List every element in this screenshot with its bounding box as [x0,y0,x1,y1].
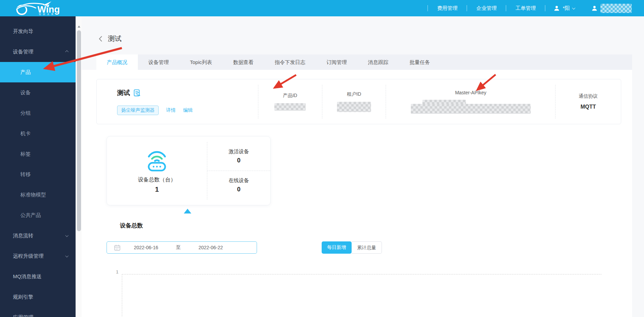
sidebar-item-tag[interactable]: 标签 [0,144,76,164]
chart-section-title: 设备总数 [120,222,143,229]
page-title: 测试 [108,34,122,43]
masked-account-name [600,4,632,13]
online-devices-label: 在线设备 [229,177,249,184]
tab-batch-task[interactable]: 批量任务 [399,54,440,70]
tab-data-view[interactable]: 数据查看 [223,54,264,70]
detail-link[interactable]: 详情 [166,107,176,113]
user-menu[interactable]: *阳 [545,5,583,12]
tab-message-trace[interactable]: 消息跟踪 [357,54,399,70]
tab-subscription[interactable]: 订阅管理 [316,54,357,70]
nav-item-billing[interactable]: 费用管理 [428,5,467,12]
product-info-card: 测试 扬尘噪声监测器 详情 编辑 产品ID [96,79,621,124]
activated-devices-value: 0 [237,157,240,164]
product-id-label: 产品ID [283,93,297,99]
online-devices-cell: 在线设备 0 [207,171,270,200]
activated-devices-label: 激活设备 [229,148,249,155]
sidebar-item-public-product[interactable]: 公共产品 [0,205,76,225]
tab-bar: 产品概况 设备管理 Topic列表 数据查看 指令下发日志 订阅管理 消息跟踪 … [96,54,632,70]
chevron-down-icon [572,6,576,10]
master-apikey-field: Master-APIkey [386,85,555,118]
sidebar-scrollbar[interactable] [76,16,82,317]
sidebar: 开发向导 设备管理 产品 设备 分组 机卡 标签 转移 标准物模型 公共产品 消… [0,16,76,317]
user-name: *阳 [563,5,570,12]
calendar-icon [114,244,120,251]
scrollbar-thumb[interactable] [77,30,81,231]
protocol-field: 通信协议 MQTT [555,85,621,118]
scrollbar-up-arrow-icon[interactable] [78,26,80,28]
device-wifi-icon [146,148,168,172]
device-total-block: 设备总数（台） 1 [107,137,207,205]
sidebar-item-rule-engine[interactable]: 规则引擎 [0,287,76,307]
device-stats-card[interactable]: 设备总数（台） 1 激活设备 0 在线设备 0 [107,136,271,205]
online-devices-value: 0 [237,186,240,193]
sidebar-menu: 开发向导 设备管理 产品 设备 分组 机卡 标签 转移 标准物模型 公共产品 消… [0,16,76,317]
date-range-picker[interactable]: 2022-06-16 至 2022-06-22 [107,241,257,254]
nav-item-workorder[interactable]: 工单管理 [506,5,545,12]
logo-subtitle: 智联未来 [39,13,55,16]
date-start-value[interactable]: 2022-06-16 [120,245,172,250]
tab-product-overview[interactable]: 产品概况 [96,54,138,70]
sidebar-item-device-mgmt[interactable]: 设备管理 [0,42,76,62]
chart-mode-toggle: 每日新增 累计总量 [322,241,382,254]
protocol-value: MQTT [580,104,596,110]
tab-command-log[interactable]: 指令下发日志 [264,54,316,70]
device-substats: 激活设备 0 在线设备 0 [207,142,270,200]
sidebar-item-standard-model[interactable]: 标准物模型 [0,185,76,205]
tab-topic-list[interactable]: Topic列表 [179,54,223,70]
tenant-id-label: 租户ID [347,91,361,97]
toggle-cumulative-button[interactable]: 累计总量 [352,241,382,254]
date-range-separator: 至 [172,244,185,251]
chart-plot-area [122,274,601,317]
master-apikey-label: Master-APIkey [455,90,486,95]
product-id-field: 产品ID [258,85,322,118]
user-icon [591,5,598,12]
masked-product-id-value [274,103,306,111]
chevron-down-icon [65,234,69,237]
masked-apikey-fragment [422,100,466,104]
edit-link[interactable]: 编辑 [183,107,193,113]
sidebar-item-device[interactable]: 设备 [0,82,76,103]
masked-apikey-fragment [411,104,531,114]
nav-item-enterprise[interactable]: 企业管理 [467,5,506,12]
product-type-tag: 扬尘噪声监测器 [117,106,159,115]
sidebar-item-dev-guide[interactable]: 开发向导 [0,21,76,42]
chart-y-tick: 1 [110,269,118,274]
sidebar-item-group[interactable]: 分组 [0,103,76,123]
card-pointer-triangle [184,209,191,213]
header-nav: 费用管理 企业管理 工单管理 *阳 [428,0,632,16]
sidebar-item-sim[interactable]: 机卡 [0,123,76,144]
document-search-icon[interactable] [133,89,141,97]
main-content: 测试 产品概况 设备管理 Topic列表 数据查看 指令下发日志 订阅管理 消息… [82,16,644,317]
activated-devices-cell: 激活设备 0 [207,142,270,171]
brand-logo[interactable]: Wing 智联未来 [13,0,71,16]
toggle-daily-new-button[interactable]: 每日新增 [322,241,352,254]
sidebar-item-transfer[interactable]: 转移 [0,164,76,185]
masked-tenant-id-value [337,102,371,112]
sidebar-item-ota[interactable]: 远程升级管理 [0,246,76,266]
sidebar-item-mq-push[interactable]: MQ消息推送 [0,266,76,287]
chevron-down-icon [65,254,69,257]
product-name: 测试 [117,89,130,97]
tenant-id-field: 租户ID [322,85,386,118]
device-total-label: 设备总数（台） [138,176,176,184]
date-end-value[interactable]: 2022-06-22 [185,245,236,250]
back-button[interactable] [99,36,102,42]
user-icon [553,5,560,12]
device-total-value: 1 [155,186,159,193]
sidebar-item-product[interactable]: 产品 [0,62,76,82]
app-header: Wing 智联未来 费用管理 企业管理 工单管理 *阳 [0,0,644,16]
sidebar-item-app-mgmt[interactable]: 应用管理 [0,307,76,317]
tab-content-panel: 测试 扬尘噪声监测器 详情 编辑 产品ID [82,70,632,317]
product-summary: 测试 扬尘噪声监测器 详情 编辑 [97,79,258,124]
tab-device-mgmt[interactable]: 设备管理 [138,54,179,70]
account-menu[interactable] [583,4,632,13]
masked-apikey-value [411,100,531,114]
protocol-label: 通信协议 [579,93,598,99]
page-title-row: 测试 [99,34,122,43]
sidebar-item-message-flow[interactable]: 消息流转 [0,225,76,246]
chevron-up-icon [65,50,69,53]
back-chevron-icon [99,36,102,42]
